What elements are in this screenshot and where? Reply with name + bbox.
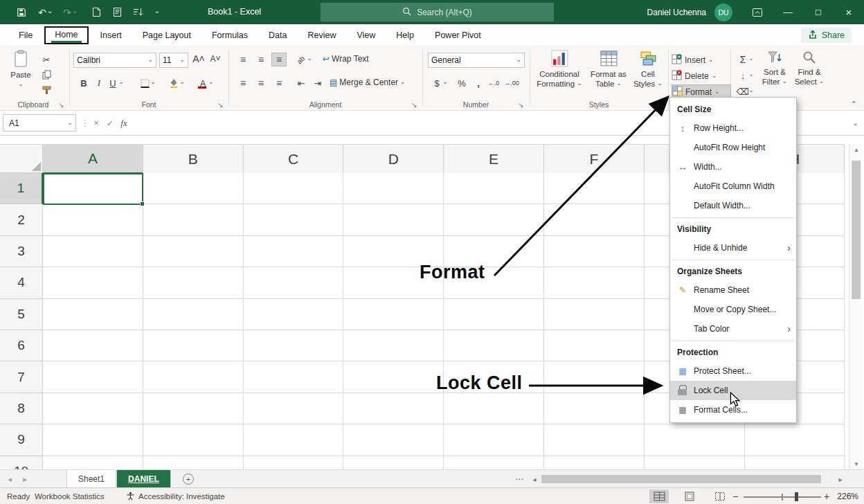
row-header-9[interactable]: 9 bbox=[0, 424, 43, 456]
menu-item-protect-sheet[interactable]: Protect Sheet... bbox=[670, 361, 796, 381]
fill-chevron-icon[interactable] bbox=[748, 69, 755, 82]
cell-styles-button[interactable]: Cell Styles bbox=[630, 50, 666, 89]
font-dialog-launcher-icon[interactable] bbox=[217, 101, 223, 109]
wrap-text-button[interactable]: ↩ Wrap Text bbox=[323, 54, 369, 64]
maximize-button[interactable]: □ bbox=[803, 0, 834, 24]
sort-filter-button[interactable]: Sort & Filter bbox=[759, 50, 791, 87]
underline-chevron-icon[interactable] bbox=[118, 76, 125, 90]
percent-style-icon[interactable]: % bbox=[454, 76, 469, 90]
menu-item-lock-cell[interactable]: Lock Cell bbox=[670, 381, 796, 400]
font-size-select[interactable]: 11 bbox=[159, 53, 188, 68]
align-middle-icon[interactable] bbox=[253, 53, 269, 66]
horizontal-scroll-thumb[interactable] bbox=[541, 475, 821, 483]
align-bottom-icon[interactable] bbox=[271, 53, 287, 66]
find-select-button[interactable]: Find & Select bbox=[793, 50, 825, 87]
increase-decimal-icon[interactable]: ←.0 bbox=[486, 76, 501, 90]
format-as-table-button[interactable]: Format as Table bbox=[588, 50, 629, 89]
accessibility-button[interactable]: Accessibility: Investigate bbox=[126, 488, 225, 504]
row-header-8[interactable]: 8 bbox=[0, 393, 43, 424]
ribbon-display-options-icon[interactable] bbox=[742, 0, 773, 24]
row-header-10[interactable]: 10 bbox=[0, 456, 43, 469]
tab-view[interactable]: View bbox=[348, 26, 384, 44]
minimize-button[interactable]: — bbox=[773, 0, 803, 24]
increase-font-size-icon[interactable]: A˄ bbox=[191, 52, 206, 66]
sheet-tab-daniel[interactable]: DANIEL bbox=[116, 470, 171, 488]
tab-help[interactable]: Help bbox=[387, 26, 423, 44]
new-file-icon[interactable] bbox=[87, 0, 105, 24]
column-header-c[interactable]: C bbox=[244, 145, 344, 173]
paste-button[interactable]: Paste bbox=[6, 50, 36, 90]
zoom-in-icon[interactable]: + bbox=[824, 488, 829, 504]
decrease-font-size-icon[interactable]: A˅ bbox=[208, 52, 223, 66]
tab-review[interactable]: Review bbox=[298, 26, 345, 44]
name-box[interactable]: A1 bbox=[3, 114, 76, 132]
horizontal-scrollbar[interactable]: ◂ ▸ bbox=[529, 474, 846, 485]
menu-item-autofit-column-width[interactable]: AutoFit Column Width bbox=[670, 177, 796, 196]
font-family-select[interactable]: Calibri bbox=[73, 53, 156, 68]
workbook-statistics-button[interactable]: Workbook Statistics bbox=[35, 488, 105, 504]
alignment-dialog-launcher-icon[interactable] bbox=[411, 101, 417, 109]
row-header-2[interactable]: 2 bbox=[0, 204, 43, 235]
column-header-e[interactable]: E bbox=[444, 145, 544, 173]
menu-item-autofit-row-height[interactable]: AutoFit Row Height bbox=[670, 138, 796, 157]
row-header-5[interactable]: 5 bbox=[0, 299, 43, 330]
menu-item-row-height[interactable]: Row Height... bbox=[670, 118, 796, 138]
clear-chevron-icon[interactable] bbox=[748, 84, 755, 98]
menu-item-format-cells[interactable]: Format Cells... bbox=[670, 400, 796, 420]
menu-item-tab-color[interactable]: Tab Color› bbox=[670, 319, 796, 339]
sheet-nav-left-icon[interactable]: ◂ bbox=[3, 470, 17, 488]
accounting-chevron-icon[interactable] bbox=[442, 76, 449, 90]
align-center-icon[interactable] bbox=[253, 76, 269, 90]
redo-chevron-icon[interactable] bbox=[71, 0, 79, 24]
vertical-scroll-thumb[interactable] bbox=[852, 161, 861, 299]
sheet-tab-sheet1[interactable]: Sheet1 bbox=[66, 470, 116, 488]
menu-item-hide-unhide[interactable]: Hide & Unhide› bbox=[670, 238, 796, 258]
expand-formula-bar-icon[interactable]: ⌄ bbox=[853, 114, 858, 132]
decrease-indent-icon[interactable]: ⇤ bbox=[294, 76, 309, 90]
tab-page-layout[interactable]: Page Layout bbox=[134, 26, 200, 44]
close-button[interactable]: × bbox=[834, 0, 864, 24]
row-header-4[interactable]: 4 bbox=[0, 267, 43, 298]
document-icon[interactable] bbox=[108, 0, 126, 24]
align-top-icon[interactable] bbox=[235, 53, 251, 66]
save-icon[interactable] bbox=[12, 0, 30, 24]
borders-chevron-icon[interactable] bbox=[150, 76, 156, 90]
sheet-more-icon[interactable]: ⋯ bbox=[515, 470, 523, 488]
row-header-3[interactable]: 3 bbox=[0, 236, 43, 267]
cancel-icon[interactable]: × bbox=[90, 114, 102, 132]
merge-center-button[interactable]: ▤ Merge & Center bbox=[330, 78, 406, 87]
cut-icon[interactable]: ✂ bbox=[39, 53, 54, 66]
align-right-icon[interactable] bbox=[271, 76, 287, 90]
select-all-corner[interactable] bbox=[0, 144, 43, 173]
clipboard-dialog-launcher-icon[interactable] bbox=[58, 101, 64, 109]
page-layout-view-button[interactable] bbox=[680, 489, 699, 503]
column-header-a[interactable]: A bbox=[43, 145, 143, 173]
scroll-down-icon[interactable]: ▾ bbox=[849, 458, 863, 469]
menu-item-rename-sheet[interactable]: Rename Sheet bbox=[670, 280, 796, 300]
insert-function-icon[interactable]: fx bbox=[118, 114, 130, 132]
orientation-chevron-icon[interactable] bbox=[306, 53, 313, 66]
autosum-chevron-icon[interactable] bbox=[748, 53, 755, 66]
number-dialog-launcher-icon[interactable] bbox=[518, 101, 523, 109]
row-header-6[interactable]: 6 bbox=[0, 330, 43, 361]
customize-quick-access-chevron-icon[interactable] bbox=[148, 0, 166, 24]
tab-formulas[interactable]: Formulas bbox=[203, 26, 257, 44]
vertical-scrollbar[interactable]: ▴ ▾ bbox=[849, 144, 863, 469]
column-header-b[interactable]: B bbox=[143, 145, 244, 173]
insert-cells-button[interactable]: Insert bbox=[672, 53, 731, 67]
increase-indent-icon[interactable]: ⇥ bbox=[310, 76, 325, 90]
tab-data[interactable]: Data bbox=[260, 26, 296, 44]
row-header-1[interactable]: 1 bbox=[0, 173, 43, 204]
column-header-d[interactable]: D bbox=[343, 145, 444, 173]
scroll-left-icon[interactable]: ◂ bbox=[529, 474, 540, 485]
menu-item-width[interactable]: Width... bbox=[670, 157, 796, 177]
font-color-chevron-icon[interactable] bbox=[208, 76, 215, 90]
format-painter-icon[interactable] bbox=[39, 83, 54, 97]
share-button[interactable]: Share bbox=[801, 28, 852, 43]
conditional-formatting-button[interactable]: Conditional Formatting bbox=[533, 50, 586, 89]
user-name[interactable]: Daniel Uchenna bbox=[647, 8, 706, 17]
menu-item-move-or-copy-sheet[interactable]: Move or Copy Sheet... bbox=[670, 300, 796, 319]
new-sheet-button[interactable]: + bbox=[183, 474, 194, 485]
column-header-f[interactable]: F bbox=[544, 145, 645, 173]
align-left-icon[interactable] bbox=[235, 76, 251, 90]
